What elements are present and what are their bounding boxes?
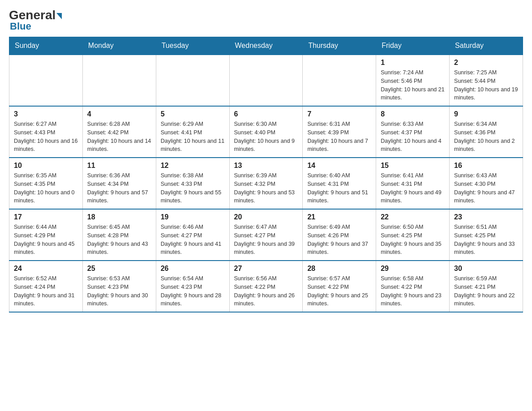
calendar-cell: 22Sunrise: 6:50 AMSunset: 4:25 PMDayligh… [376,209,450,261]
sun-info: Sunrise: 6:39 AMSunset: 4:32 PMDaylight:… [234,171,298,205]
day-number: 23 [454,213,518,221]
calendar-cell: 1Sunrise: 7:24 AMSunset: 5:46 PMDaylight… [376,55,450,106]
day-number: 2 [454,59,518,67]
sun-info: Sunrise: 6:31 AMSunset: 4:39 PMDaylight:… [307,120,371,154]
calendar-cell: 12Sunrise: 6:38 AMSunset: 4:33 PMDayligh… [156,158,229,209]
day-number: 9 [454,110,518,118]
day-number: 30 [454,265,518,273]
sun-info: Sunrise: 6:56 AMSunset: 4:22 PMDaylight:… [234,274,298,308]
calendar-cell: 17Sunrise: 6:44 AMSunset: 4:29 PMDayligh… [9,209,83,261]
day-number: 11 [87,162,151,170]
calendar-cell: 23Sunrise: 6:51 AMSunset: 4:25 PMDayligh… [450,209,523,261]
sun-info: Sunrise: 6:54 AMSunset: 4:23 PMDaylight:… [161,274,225,308]
calendar-cell [229,55,303,106]
sun-info: Sunrise: 6:35 AMSunset: 4:35 PMDaylight:… [14,171,78,205]
sun-info: Sunrise: 6:30 AMSunset: 4:40 PMDaylight:… [234,120,298,154]
day-number: 7 [307,110,371,118]
day-number: 28 [307,265,371,273]
calendar-cell: 21Sunrise: 6:49 AMSunset: 4:26 PMDayligh… [303,209,376,261]
logo: General Blue [9,9,62,32]
day-number: 27 [234,265,298,273]
day-of-week-header: Thursday [303,37,376,55]
sun-info: Sunrise: 6:34 AMSunset: 4:36 PMDaylight:… [454,120,518,154]
day-of-week-header: Tuesday [156,37,229,55]
calendar-cell: 25Sunrise: 6:53 AMSunset: 4:23 PMDayligh… [82,261,156,312]
sun-info: Sunrise: 6:38 AMSunset: 4:33 PMDaylight:… [161,171,225,205]
sun-info: Sunrise: 6:29 AMSunset: 4:41 PMDaylight:… [161,120,225,154]
day-number: 25 [87,265,151,273]
sun-info: Sunrise: 6:58 AMSunset: 4:22 PMDaylight:… [381,274,445,308]
day-number: 6 [234,110,298,118]
day-number: 10 [14,162,78,170]
calendar-cell: 26Sunrise: 6:54 AMSunset: 4:23 PMDayligh… [156,261,229,312]
day-number: 1 [381,59,445,67]
sun-info: Sunrise: 6:57 AMSunset: 4:22 PMDaylight:… [307,274,371,308]
calendar-cell: 19Sunrise: 6:46 AMSunset: 4:27 PMDayligh… [156,209,229,261]
calendar-cell: 16Sunrise: 6:43 AMSunset: 4:30 PMDayligh… [450,158,523,209]
calendar-cell: 3Sunrise: 6:27 AMSunset: 4:43 PMDaylight… [9,106,83,158]
calendar-cell: 30Sunrise: 6:59 AMSunset: 4:21 PMDayligh… [450,261,523,312]
calendar-week-row: 1Sunrise: 7:24 AMSunset: 5:46 PMDaylight… [9,55,523,106]
calendar-cell: 24Sunrise: 6:52 AMSunset: 4:24 PMDayligh… [9,261,83,312]
logo-triangle-icon [56,13,62,19]
calendar-week-row: 3Sunrise: 6:27 AMSunset: 4:43 PMDaylight… [9,106,523,158]
sun-info: Sunrise: 6:41 AMSunset: 4:31 PMDaylight:… [381,171,445,205]
day-number: 29 [381,265,445,273]
day-number: 18 [87,213,151,221]
sun-info: Sunrise: 6:28 AMSunset: 4:42 PMDaylight:… [87,120,151,154]
day-number: 3 [14,110,78,118]
calendar-cell: 28Sunrise: 6:57 AMSunset: 4:22 PMDayligh… [303,261,376,312]
calendar-cell [303,55,376,106]
calendar-table: SundayMondayTuesdayWednesdayThursdayFrid… [9,37,523,313]
calendar-cell [9,55,83,106]
logo-general: General [9,9,62,21]
calendar-week-row: 17Sunrise: 6:44 AMSunset: 4:29 PMDayligh… [9,209,523,261]
sun-info: Sunrise: 6:51 AMSunset: 4:25 PMDaylight:… [454,223,518,257]
calendar-header-row: SundayMondayTuesdayWednesdayThursdayFrid… [9,37,523,55]
sun-info: Sunrise: 6:46 AMSunset: 4:27 PMDaylight:… [161,223,225,257]
calendar-cell: 20Sunrise: 6:47 AMSunset: 4:27 PMDayligh… [229,209,303,261]
sun-info: Sunrise: 6:59 AMSunset: 4:21 PMDaylight:… [454,274,518,308]
calendar-cell: 18Sunrise: 6:45 AMSunset: 4:28 PMDayligh… [82,209,156,261]
day-number: 22 [381,213,445,221]
calendar-cell: 27Sunrise: 6:56 AMSunset: 4:22 PMDayligh… [229,261,303,312]
day-of-week-header: Wednesday [229,37,303,55]
logo-blue: Blue [10,21,31,32]
calendar-cell: 7Sunrise: 6:31 AMSunset: 4:39 PMDaylight… [303,106,376,158]
calendar-cell: 14Sunrise: 6:40 AMSunset: 4:31 PMDayligh… [303,158,376,209]
day-of-week-header: Friday [376,37,450,55]
calendar-cell: 9Sunrise: 6:34 AMSunset: 4:36 PMDaylight… [450,106,523,158]
day-number: 4 [87,110,151,118]
sun-info: Sunrise: 7:24 AMSunset: 5:46 PMDaylight:… [381,68,445,102]
calendar-week-row: 24Sunrise: 6:52 AMSunset: 4:24 PMDayligh… [9,261,523,312]
day-number: 19 [161,213,225,221]
day-number: 26 [161,265,225,273]
day-number: 24 [14,265,78,273]
calendar-cell: 6Sunrise: 6:30 AMSunset: 4:40 PMDaylight… [229,106,303,158]
sun-info: Sunrise: 6:52 AMSunset: 4:24 PMDaylight:… [14,274,78,308]
calendar-cell: 11Sunrise: 6:36 AMSunset: 4:34 PMDayligh… [82,158,156,209]
calendar-cell: 5Sunrise: 6:29 AMSunset: 4:41 PMDaylight… [156,106,229,158]
day-of-week-header: Monday [82,37,156,55]
day-number: 15 [381,162,445,170]
sun-info: Sunrise: 6:43 AMSunset: 4:30 PMDaylight:… [454,171,518,205]
day-number: 13 [234,162,298,170]
calendar-cell: 13Sunrise: 6:39 AMSunset: 4:32 PMDayligh… [229,158,303,209]
calendar-week-row: 10Sunrise: 6:35 AMSunset: 4:35 PMDayligh… [9,158,523,209]
calendar-cell: 10Sunrise: 6:35 AMSunset: 4:35 PMDayligh… [9,158,83,209]
calendar-cell [156,55,229,106]
day-number: 14 [307,162,371,170]
page-header: General Blue [9,9,523,32]
calendar-cell: 8Sunrise: 6:33 AMSunset: 4:37 PMDaylight… [376,106,450,158]
day-number: 21 [307,213,371,221]
sun-info: Sunrise: 6:53 AMSunset: 4:23 PMDaylight:… [87,274,151,308]
calendar-cell: 15Sunrise: 6:41 AMSunset: 4:31 PMDayligh… [376,158,450,209]
sun-info: Sunrise: 6:40 AMSunset: 4:31 PMDaylight:… [307,171,371,205]
calendar-cell: 2Sunrise: 7:25 AMSunset: 5:44 PMDaylight… [450,55,523,106]
sun-info: Sunrise: 7:25 AMSunset: 5:44 PMDaylight:… [454,68,518,102]
day-number: 17 [14,213,78,221]
day-number: 5 [161,110,225,118]
calendar-cell: 4Sunrise: 6:28 AMSunset: 4:42 PMDaylight… [82,106,156,158]
calendar-cell [82,55,156,106]
calendar-cell: 29Sunrise: 6:58 AMSunset: 4:22 PMDayligh… [376,261,450,312]
